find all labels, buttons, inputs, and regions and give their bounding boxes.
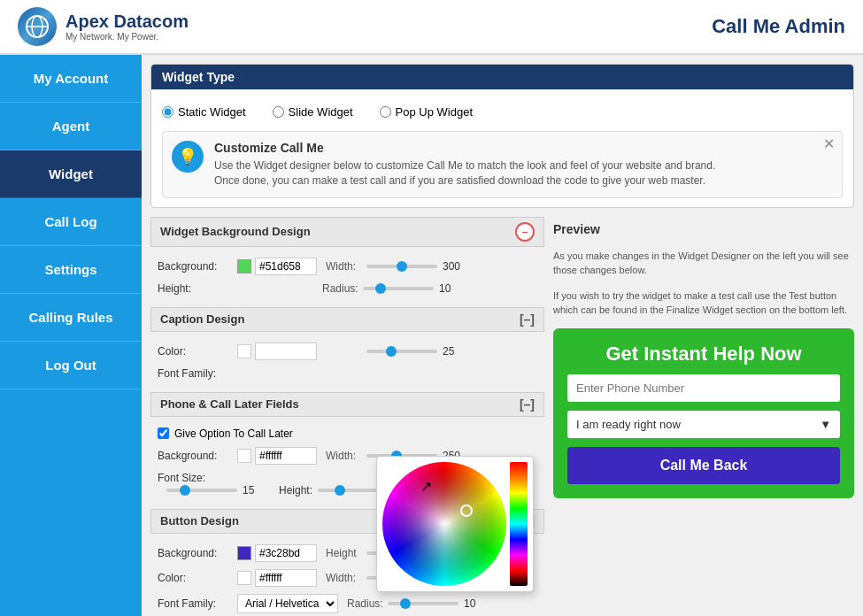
widget-type-header: Widget Type [151,65,853,89]
btn-color-field[interactable] [255,569,317,587]
btn-radius-value: 10 [464,597,486,610]
widget-type-panel: Widget Type Static Widget Slide Widget P… [150,64,854,208]
btn-radius-label: Radius: [347,597,382,610]
color-picker-popup[interactable] [376,456,534,592]
sidebar-item-log-out[interactable]: Log Out [0,342,142,389]
font-family-label: Font Family: [158,367,237,380]
dropdown-arrow-icon: ▼ [820,418,831,431]
sidebar-item-agent[interactable]: Agent [0,103,142,150]
popup-widget-option[interactable]: Pop Up Widget [380,105,473,119]
info-close-button[interactable]: ✕ [823,137,835,151]
phone-bg-color-input[interactable] [237,447,317,465]
caption-color-field[interactable] [255,343,317,360]
phone-fontsize-value: 15 [243,484,265,497]
radius-slider[interactable] [363,287,434,290]
radius-group: Radius: 10 [322,282,461,295]
btn-bg-color-input[interactable] [237,544,317,562]
caption-design-body: Color: 25 Font Family: [150,337,544,392]
width-label: Width: [326,260,361,273]
info-text: Customize Call Me Use the Widget designe… [214,141,715,189]
caption-color-input[interactable] [237,343,317,360]
sidebar-item-widget[interactable]: Widget [0,150,142,198]
color-picker-row [382,462,528,586]
logo-title: Apex Datacom [65,12,189,32]
color-wheel-svg [382,462,506,586]
sidebar-item-calling-rules[interactable]: Calling Rules [0,294,142,342]
btn-font-family-row: Font Family: Arial / Helvetica Radius: 1… [158,594,537,613]
slide-widget-radio[interactable] [273,106,284,118]
give-option-label: Give Option To Call Later [174,427,293,440]
preview-panel: Preview As you make changes in the Widge… [553,217,854,616]
btn-bg-swatch[interactable] [237,546,251,560]
give-option-checkbox[interactable] [158,427,169,439]
logo-icon [18,7,57,46]
btn-width-label: Width: [326,572,361,584]
sidebar: My Account Agent Widget Call Log Setting… [0,55,142,616]
caption-toggle[interactable]: [–] [520,312,535,327]
height-form-label: Height: [158,282,237,295]
btn-color-input[interactable] [237,569,317,587]
bg-color-swatch[interactable] [237,259,251,273]
popup-widget-radio[interactable] [380,106,391,118]
main-content: Widget Type Static Widget Slide Widget P… [142,55,863,616]
sidebar-item-settings[interactable]: Settings [0,246,142,294]
logo-subtitle: My Network. My Power. [65,32,189,42]
width-value: 300 [443,260,465,273]
bg-color-row: Background: Width: 300 [158,258,537,275]
btn-color-swatch[interactable] [237,571,251,585]
static-widget-radio[interactable] [162,106,173,118]
phone-fields-toggle[interactable]: [–] [520,397,535,412]
btn-bg-field[interactable] [255,544,317,562]
font-size-slider[interactable] [366,350,437,353]
info-title: Customize Call Me [214,141,715,155]
phone-preview-input[interactable] [567,374,840,402]
phone-bg-swatch[interactable] [237,449,251,463]
background-design-header: Widget Background Design – [150,217,544,247]
btn-font-family-label: Font Family: [158,597,237,610]
bg-color-field[interactable] [255,258,317,275]
btn-font-family-select[interactable]: Arial / Helvetica [237,594,338,613]
widget-preview: Get Instant Help Now I am ready right no… [553,328,854,498]
btn-radius-group: Radius: 10 [347,597,486,610]
dropdown-preview[interactable]: I am ready right now ▼ [567,411,840,438]
info-box: 💡 Customize Call Me Use the Widget desig… [162,131,843,198]
logo-text: Apex Datacom My Network. My Power. [65,12,189,42]
bg-color-input[interactable] [237,258,317,275]
page-title: Call Me Admin [712,15,845,38]
sidebar-item-my-account[interactable]: My Account [0,55,142,103]
radius-value: 10 [439,282,461,295]
phone-bg-label: Background: [158,450,237,462]
widget-preview-title: Get Instant Help Now [605,343,801,366]
widget-type-body: Static Widget Slide Widget Pop Up Widget… [151,89,853,207]
caption-color-swatch[interactable] [237,344,251,358]
height-row: Height: Radius: 10 [158,282,537,295]
logo-area: Apex Datacom My Network. My Power. [18,7,189,46]
slide-widget-option[interactable]: Slide Widget [273,105,353,119]
btn-color-label: Color: [158,572,237,584]
caption-color-label: Color: [158,345,237,358]
font-size-value: 25 [443,345,465,358]
phone-bg-field[interactable] [255,447,317,465]
caption-design-header: Caption Design [–] [150,307,544,332]
phone-fontsize-slider[interactable] [166,489,237,492]
background-design-body: Background: Width: 300 Height: [150,252,544,307]
font-family-row: Font Family: [158,367,537,380]
info-icon: 💡 [172,141,204,173]
color-wheel[interactable] [382,462,506,586]
background-design-toggle[interactable]: – [515,222,535,242]
phone-width-label: Width: [326,450,361,462]
phone-fontsize-label: Font Size: [158,472,237,484]
bg-label: Background: [158,260,237,273]
info-desc1: Use the Widget designer below to customi… [214,158,715,173]
width-slider[interactable] [366,265,437,268]
sidebar-item-call-log[interactable]: Call Log [0,198,142,246]
phone-height-label: Height: [279,484,312,497]
color-spectrum[interactable] [510,462,528,586]
call-back-button[interactable]: Call Me Back [567,447,840,484]
svg-point-4 [384,464,505,584]
btn-radius-slider[interactable] [388,602,458,605]
preview-desc1: As you make changes in the Widget Design… [553,249,854,278]
font-size-group: 25 [326,345,465,358]
static-widget-option[interactable]: Static Widget [162,105,246,119]
btn-bg-label: Background: [158,547,237,559]
